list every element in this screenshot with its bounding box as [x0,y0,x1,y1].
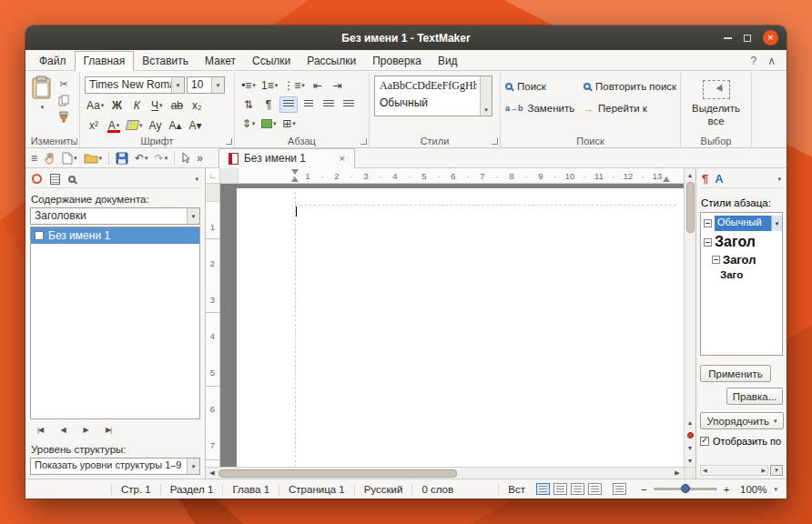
character-style-button[interactable]: Ау [147,117,165,134]
numbering-button[interactable]: 1≡▾ [259,77,279,94]
collapse-expander-icon[interactable] [704,219,712,227]
close-icon[interactable]: × [763,30,778,45]
shading-button[interactable]: ▾ [259,116,279,132]
select-all-button[interactable]: Выделить все [689,103,744,128]
status-insert-mode[interactable]: Вст [498,484,534,495]
open-file-icon[interactable]: ▾ [84,152,103,164]
status-page[interactable]: Страница 1 [279,484,354,495]
undo-icon[interactable]: ↶▾ [135,152,148,165]
list-item[interactable]: Без имени 1 [31,227,199,244]
find-again-button[interactable]: Повторить поиск [584,81,676,92]
pan-hand-icon[interactable] [44,152,56,165]
collapse-expander-icon[interactable] [704,238,712,247]
status-word-count[interactable]: 0 слов [411,484,462,495]
view-fullscreen-icon[interactable] [571,483,584,495]
tab-close-icon[interactable]: × [339,153,344,164]
scroll-left-icon[interactable]: ◀ [206,468,218,479]
style-gallery[interactable]: AaBbCcDdEeFfGgHhIiJj Обычный ▾ [374,76,492,116]
grow-font-button[interactable]: А▴ [167,117,185,134]
tab-review[interactable]: Проверка [364,52,430,70]
character-styles-icon[interactable]: А [715,172,723,186]
current-style-name[interactable]: Обычный [380,96,477,109]
ruler-corner-icon[interactable]: ∟ [206,168,220,184]
scroll-right-icon[interactable]: ▶ [671,468,684,479]
vertical-ruler[interactable]: 1234567 [206,184,220,467]
select-all-icon[interactable] [703,80,730,99]
formatting-marks-button[interactable]: ¶ [259,96,278,113]
edit-style-button[interactable]: Правка... [726,388,783,405]
view-outline-icon[interactable] [588,483,602,495]
panel-horizontal-scrollbar[interactable]: ◀▶ [700,465,768,476]
underline-button[interactable]: Ч▾ [147,97,166,114]
redo-icon[interactable]: ↷▾ [155,152,168,165]
borders-button[interactable]: ⊞▾ [280,116,299,132]
status-language[interactable]: Русский [354,484,412,495]
goto-button[interactable]: →Перейти к [584,103,676,114]
item-checkbox[interactable] [35,231,44,240]
toolbar-overflow-icon[interactable]: » [197,152,203,165]
font-color-button[interactable]: А▾ [105,117,123,134]
vertical-scrollbar[interactable]: ▲ ▲ ▼ ▼ [684,168,695,467]
arrange-styles-button[interactable]: Упорядочить▾ [700,412,784,429]
nav-first-icon[interactable]: |◀ [30,423,50,437]
status-section[interactable]: Раздел 1 [160,484,223,495]
zoom-slider-thumb[interactable] [681,484,690,493]
paste-dropdown-icon[interactable]: ▾ [41,104,45,111]
maximize-icon[interactable] [744,35,751,42]
align-center-button[interactable] [299,96,318,113]
style-gallery-scroll[interactable]: ▾ [480,76,492,116]
tab-home[interactable]: Главная [75,51,135,71]
scrollbar-thumb[interactable] [686,182,695,233]
find-button[interactable]: Поиск [505,81,574,92]
scroll-down-icon[interactable]: ▼ [685,454,695,467]
scrollbar-thumb[interactable] [218,469,457,478]
tab-references[interactable]: Ссылки [244,52,299,70]
tab-view[interactable]: Вид [430,52,466,70]
apply-style-button[interactable]: Применить [700,365,771,382]
dialog-launcher-icon[interactable] [492,138,498,145]
browse-object-icon[interactable] [685,428,695,441]
scroll-up-icon[interactable]: ▲ [685,168,695,181]
nav-prev-icon[interactable]: ◀ [53,423,73,437]
multilevel-list-button[interactable]: ⋮≡▾ [281,77,307,94]
chevron-down-icon[interactable]: ▾ [187,208,199,224]
dialog-launcher-icon[interactable] [71,138,77,145]
display-by-checkbox[interactable]: Отобразить по [700,436,783,447]
zoom-out-icon[interactable]: − [641,484,647,495]
zoom-dropdown-icon[interactable]: ▾ [774,486,777,493]
hamburger-menu-icon[interactable]: ≡ [31,152,37,165]
chevron-down-icon[interactable]: ▾ [771,216,782,231]
object-mode-cursor-icon[interactable] [181,152,190,164]
dialog-launcher-icon[interactable] [226,138,232,145]
next-page-icon[interactable]: ▼ [685,441,695,454]
paste-icon[interactable] [32,76,52,103]
nav-next-icon[interactable]: ▶ [76,423,96,437]
collapse-ribbon-icon[interactable]: ∧ [767,55,776,67]
highlight-button[interactable]: ▾ [125,117,145,134]
panel-dropdown-icon[interactable]: ▾ [770,465,783,476]
collapse-expander-icon[interactable] [712,256,720,264]
bullets-button[interactable]: •≡▾ [239,77,258,94]
styles-tree[interactable]: Обычный ▾ Загол Загол Заго [700,212,783,356]
tab-insert[interactable]: Вставить [134,52,197,70]
panel-menu-icon[interactable]: ▾ [195,176,198,183]
first-line-indent-marker[interactable] [291,169,299,175]
status-chapter[interactable]: Глава 1 [222,484,279,495]
help-icon[interactable]: ? [751,55,757,67]
contents-select[interactable]: Заголовки ▾ [30,207,200,225]
subscript-button[interactable]: x₂ [188,97,206,114]
align-right-button[interactable] [320,96,338,113]
increase-indent-button[interactable]: ⇥ [329,77,347,94]
minimize-icon[interactable] [724,37,732,39]
font-family-combo[interactable]: Times New Roman ▾ [85,76,185,94]
style-item-heading3[interactable]: Заго [720,269,782,280]
bold-button[interactable]: Ж [107,97,126,114]
chevron-down-icon[interactable]: ▾ [211,77,224,93]
panel-menu-icon[interactable]: ▾ [777,176,781,183]
outline-list[interactable]: Без имени 1 [30,227,200,419]
tab-mailings[interactable]: Рассылки [299,52,364,70]
change-case-button[interactable]: Аа▾ [85,97,106,114]
checkbox-icon[interactable] [700,437,709,446]
chevron-down-icon[interactable]: ▾ [171,77,184,93]
status-page-number[interactable]: Стр. 1 [111,484,160,495]
